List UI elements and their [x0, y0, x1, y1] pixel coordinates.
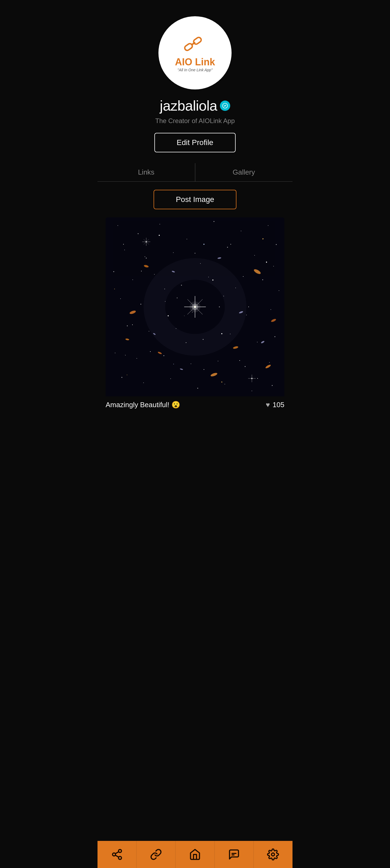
svg-point-82 [153, 333, 156, 335]
tabs-row: Links Gallery [98, 163, 292, 182]
nav-messages[interactable] [215, 841, 254, 868]
svg-point-8 [214, 221, 215, 222]
tab-links[interactable]: Links [98, 163, 195, 181]
svg-point-68 [194, 306, 196, 308]
svg-point-39 [257, 342, 258, 342]
username: jazbaliola [160, 98, 217, 114]
svg-point-30 [192, 312, 193, 313]
svg-point-46 [245, 366, 246, 367]
svg-point-36 [176, 328, 176, 329]
svg-point-12 [124, 250, 125, 250]
nav-settings[interactable] [254, 841, 292, 868]
svg-point-53 [252, 391, 252, 391]
logo-text: AIO Link [175, 56, 215, 68]
image-caption-row: Amazingly Beautiful! 😮 ♥ 105 [106, 396, 284, 413]
svg-point-15 [200, 263, 201, 264]
username-row: jazbaliola [160, 98, 230, 114]
svg-point-42 [136, 358, 137, 359]
svg-point-34 [127, 326, 128, 327]
svg-point-19 [113, 271, 114, 272]
svg-line-73 [143, 239, 149, 245]
svg-point-44 [191, 364, 191, 364]
verified-badge [220, 100, 230, 111]
svg-line-89 [115, 855, 119, 857]
svg-point-27 [120, 299, 121, 299]
post-image-button[interactable]: Post Image [154, 190, 236, 209]
svg-point-45 [218, 361, 218, 361]
profile-section: AIO Link "All In One Link App" jazbaliol… [98, 0, 292, 457]
svg-point-79 [154, 269, 236, 345]
nav-share[interactable] [98, 841, 136, 868]
messages-icon [228, 848, 240, 860]
heart-icon: ♥ [266, 401, 270, 409]
svg-point-25 [262, 279, 263, 280]
svg-point-4 [118, 225, 118, 226]
svg-point-18 [273, 266, 274, 267]
svg-point-81 [218, 257, 222, 259]
svg-point-56 [253, 268, 261, 275]
svg-point-52 [225, 384, 225, 384]
svg-point-78 [251, 378, 253, 379]
svg-point-93 [272, 853, 274, 856]
link-icon [150, 848, 162, 860]
svg-point-70 [190, 302, 200, 312]
svg-point-38 [230, 334, 230, 334]
svg-point-29 [165, 301, 165, 302]
gallery-section: Amazingly Beautiful! 😮 ♥ 105 [98, 217, 292, 419]
tab-gallery[interactable]: Gallery [195, 163, 293, 181]
svg-point-26 [279, 290, 279, 291]
bright-star [184, 296, 206, 318]
likes-row: ♥ 105 [266, 401, 284, 409]
edit-profile-button[interactable]: Edit Profile [154, 133, 235, 152]
svg-point-6 [160, 224, 160, 224]
svg-point-32 [246, 315, 247, 315]
svg-point-33 [270, 309, 271, 310]
svg-point-5 [138, 234, 139, 234]
svg-point-84 [180, 368, 183, 370]
svg-rect-3 [106, 217, 284, 396]
svg-point-61 [210, 372, 218, 377]
nav-link[interactable] [136, 841, 175, 868]
svg-point-22 [181, 285, 182, 286]
gallery-image-container: Amazingly Beautiful! 😮 ♥ 105 [106, 217, 284, 413]
svg-point-62 [125, 338, 129, 340]
svg-point-35 [149, 331, 149, 332]
avatar: AIO Link "All In One Link App" [158, 16, 232, 89]
svg-point-51 [197, 388, 198, 389]
home-icon [189, 848, 201, 860]
bottom-nav [98, 841, 292, 868]
svg-point-10 [268, 225, 268, 226]
svg-point-85 [261, 340, 265, 344]
svg-point-31 [219, 307, 220, 307]
image-caption: Amazingly Beautiful! 😮 [106, 401, 180, 409]
svg-point-13 [146, 258, 147, 258]
svg-point-21 [154, 274, 155, 275]
svg-point-9 [241, 231, 241, 231]
share-icon [111, 848, 123, 860]
svg-point-47 [269, 362, 270, 363]
logo-tagline: "All In One Link App" [177, 68, 212, 72]
svg-point-41 [115, 353, 116, 353]
svg-line-90 [115, 852, 119, 854]
checkmark-icon [222, 103, 228, 109]
svg-point-14 [173, 252, 173, 253]
svg-point-37 [203, 339, 204, 340]
nav-home[interactable] [175, 841, 215, 868]
svg-point-43 [164, 355, 164, 356]
svg-point-83 [238, 311, 243, 314]
chain-icon [180, 34, 210, 55]
settings-icon [267, 848, 279, 860]
svg-point-75 [146, 241, 147, 243]
svg-point-40 [274, 336, 275, 337]
svg-point-24 [235, 288, 236, 288]
svg-point-16 [227, 247, 228, 248]
svg-point-28 [140, 304, 141, 305]
svg-point-17 [254, 255, 255, 256]
svg-point-54 [272, 385, 273, 386]
svg-point-7 [187, 239, 187, 239]
svg-point-11 [276, 244, 277, 245]
svg-point-20 [132, 279, 133, 280]
svg-line-66 [187, 299, 203, 314]
galaxy-image [106, 217, 284, 396]
likes-count: 105 [273, 401, 284, 409]
